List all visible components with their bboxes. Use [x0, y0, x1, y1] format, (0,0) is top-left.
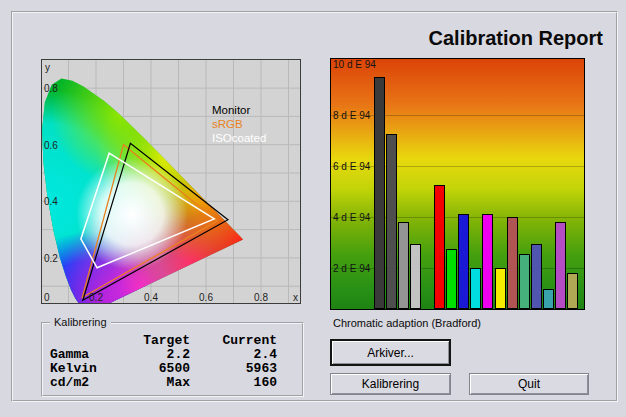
delta-e-bar-dark-gray	[386, 134, 397, 309]
table-row-kelvin: Kelvin 6500 5963	[50, 362, 302, 376]
delta-e-bar-black	[374, 77, 385, 309]
bar-chart-y-tick: 10 d E 94	[333, 59, 376, 70]
page-title: Calibration Report	[429, 27, 603, 50]
delta-e-bar-blue	[458, 214, 469, 309]
table-header-row: Target Current	[50, 334, 302, 348]
quit-button[interactable]: Quit	[469, 373, 589, 395]
row-label: Gamma	[50, 348, 110, 362]
row-current: 5963	[190, 362, 277, 376]
row-target: Max	[110, 376, 190, 390]
y-tick-0.2: 0.2	[44, 253, 58, 264]
delta-e-bar-slate-blue	[531, 244, 542, 309]
delta-e-bar-khaki	[567, 273, 578, 309]
y-tick-0.8: 0.8	[44, 83, 58, 94]
x-tick-0.8: 0.8	[254, 292, 268, 303]
y-axis-label: y	[45, 62, 50, 73]
groupbox-title: Kalibrering	[50, 316, 111, 328]
legend-isocoated: ISOcoated	[212, 132, 266, 144]
delta-e-bar-red	[434, 185, 445, 309]
delta-e-bar-sea-green	[519, 254, 530, 309]
row-current: 160	[190, 376, 277, 390]
x-axis-label: x	[293, 292, 298, 303]
delta-e-bar-chart: 10 d E 948 d E 946 d E 944 d E 942 d E 9…	[330, 58, 585, 310]
calibrate-button[interactable]: Kalibrering	[330, 373, 451, 395]
x-tick-0.2: 0.2	[89, 292, 103, 303]
table-row-gamma: Gamma 2.2 2.4	[50, 348, 302, 362]
bar-chart-y-tick: 8 d E 94	[333, 110, 370, 121]
delta-e-bar-light-gray	[410, 244, 421, 309]
y-tick-0.6: 0.6	[44, 140, 58, 151]
y-tick-0.4: 0.4	[44, 196, 58, 207]
kalibrering-groupbox: Kalibrering Target Current Gamma 2.2 2.4…	[41, 322, 304, 397]
row-target: 2.2	[110, 348, 190, 362]
table-row-luminance: cd/m2 Max 160	[50, 376, 302, 390]
header-current: Current	[190, 334, 277, 348]
header-empty	[50, 334, 110, 348]
calibration-report-panel: Calibration Report	[11, 11, 618, 402]
row-target: 6500	[110, 362, 190, 376]
delta-e-bar-cyan	[470, 268, 481, 309]
delta-e-bar-green	[446, 249, 457, 309]
delta-e-bar-orchid	[555, 222, 566, 309]
origin-tick: 0	[44, 292, 50, 303]
cie-chromaticity-svg: Monitor sRGB ISOcoated y 0.8 0.6 0.4 0.2…	[41, 59, 301, 304]
cie-chromaticity-chart: Monitor sRGB ISOcoated y 0.8 0.6 0.4 0.2…	[41, 59, 301, 304]
delta-e-bar-magenta	[482, 214, 493, 309]
row-label: cd/m2	[50, 376, 110, 390]
legend-srgb: sRGB	[212, 118, 243, 130]
delta-e-bar-yellow	[495, 268, 506, 309]
archive-button[interactable]: Arkiver...	[330, 339, 451, 366]
header-target: Target	[110, 334, 190, 348]
delta-e-bar-teal	[543, 289, 554, 309]
legend-monitor: Monitor	[212, 104, 251, 116]
bar-chart-y-tick: 4 d E 94	[333, 212, 370, 223]
delta-e-bar-rose	[507, 217, 518, 309]
delta-e-bar-gray	[398, 222, 409, 309]
x-tick-0.6: 0.6	[199, 292, 213, 303]
bar-chart-y-tick: 2 d E 94	[333, 263, 370, 274]
bar-chart-y-tick: 6 d E 94	[333, 161, 370, 172]
chart-caption: Chromatic adaption (Bradford)	[333, 317, 481, 329]
x-tick-0.4: 0.4	[144, 292, 158, 303]
calibration-table: Target Current Gamma 2.2 2.4 Kelvin 6500…	[50, 334, 302, 390]
row-label: Kelvin	[50, 362, 110, 376]
row-current: 2.4	[190, 348, 277, 362]
